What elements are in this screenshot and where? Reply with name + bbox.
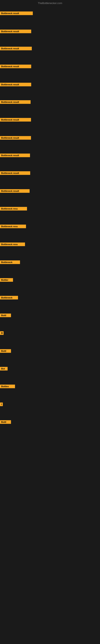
bottleneck-result-badge[interactable]: Bottl [0, 420, 11, 424]
bottleneck-result-badge[interactable]: Bot [0, 367, 8, 370]
bottleneck-result-badge[interactable]: Bottleneck [0, 296, 18, 300]
bottleneck-result-badge[interactable]: Bottleneck result [0, 64, 31, 68]
bottleneck-result-badge[interactable]: Bottleneck result [0, 30, 31, 33]
site-title: TheBottlenecker.com [0, 2, 100, 5]
bottleneck-result-badge[interactable]: Bottleneck result [0, 136, 31, 140]
bottleneck-result-badge[interactable]: Bottleneck [0, 260, 20, 264]
bottleneck-result-badge[interactable]: B [0, 331, 3, 335]
bottleneck-result-badge[interactable]: Bottleneck resu [0, 224, 26, 228]
bottleneck-result-badge[interactable]: Bottleneck resu [0, 242, 25, 246]
bottleneck-result-badge[interactable]: Bottler [0, 278, 13, 282]
bottleneck-result-badge[interactable]: Bottleneck result [0, 189, 30, 193]
bottleneck-result-badge[interactable]: Bottleneck result [0, 118, 31, 122]
bottleneck-result-badge[interactable]: Bottleneck result [0, 154, 30, 157]
bottleneck-result-badge[interactable]: Bottleneck resu [0, 207, 27, 210]
bottleneck-result-badge[interactable]: I [0, 402, 3, 406]
bottleneck-result-badge[interactable]: Bottl [0, 314, 11, 317]
bottleneck-result-badge[interactable]: Bottleneck result [0, 12, 33, 15]
bottleneck-result-badge[interactable]: Bottleneck result [0, 171, 30, 175]
bottleneck-result-badge[interactable]: Bottleneck result [0, 100, 31, 104]
bottleneck-result-badge[interactable]: Bottl [0, 349, 11, 353]
bottleneck-result-badge[interactable]: Bottleneck result [0, 47, 32, 50]
bottleneck-result-badge[interactable]: Bottleneck result [0, 83, 31, 86]
bottleneck-result-badge[interactable]: Bottlen [0, 384, 15, 388]
